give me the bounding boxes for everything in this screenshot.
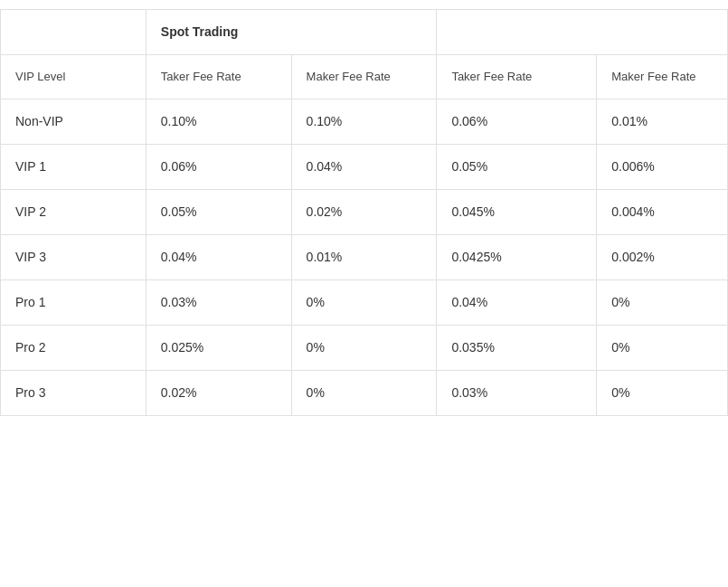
cell-perp-taker: 0.05% [437,144,597,189]
cell-perp-taker: 0.045% [437,189,597,234]
header-empty [1,10,147,55]
cell-level: VIP 3 [1,234,147,279]
cell-spot-maker: 0.10% [291,99,437,144]
cell-spot-taker: 0.025% [146,325,291,370]
cell-level: Pro 2 [1,325,147,370]
cell-spot-taker: 0.02% [146,370,291,415]
cell-spot-maker: 0% [291,370,437,415]
table-row: VIP 20.05%0.02%0.045%0.004% [1,189,728,234]
cell-spot-maker: 0% [291,325,437,370]
subheader-perp-maker: Maker Fee Rate [597,55,728,99]
cell-perp-maker: 0% [597,279,728,325]
cell-perp-taker: 0.06% [437,99,597,144]
cell-level: VIP 1 [1,144,147,189]
cell-spot-taker: 0.03% [146,279,291,325]
cell-perp-maker: 0.002% [597,234,728,279]
subheader-spot-maker: Maker Fee Rate [291,55,437,99]
cell-spot-maker: 0% [291,279,437,325]
table-row: Non-VIP0.10%0.10%0.06%0.01% [1,99,728,144]
cell-spot-maker: 0.01% [291,234,437,279]
header-spot-trading: Spot Trading [146,10,437,55]
cell-spot-taker: 0.10% [146,99,291,144]
fee-table-container: Spot Trading VIP Level Taker Fee Rate Ma… [0,0,728,425]
cell-spot-taker: 0.04% [146,234,291,279]
cell-perp-taker: 0.0425% [437,234,597,279]
subheader-spot-taker: Taker Fee Rate [146,55,291,99]
cell-spot-taker: 0.06% [146,144,291,189]
subheader-perp-taker: Taker Fee Rate [437,55,597,99]
header-perpetual-futures [437,10,728,55]
cell-spot-maker: 0.04% [291,144,437,189]
subheader-vip-level: VIP Level [1,55,147,99]
cell-perp-maker: 0.004% [597,189,728,234]
table-row: Pro 30.02%0%0.03%0% [1,370,728,415]
cell-level: VIP 2 [1,189,147,234]
cell-perp-maker: 0% [597,370,728,415]
cell-level: Pro 3 [1,370,147,415]
cell-perp-maker: 0.006% [597,144,728,189]
cell-spot-maker: 0.02% [291,189,437,234]
table-row: VIP 30.04%0.01%0.0425%0.002% [1,234,728,279]
cell-perp-taker: 0.035% [437,325,597,370]
cell-perp-taker: 0.03% [437,370,597,415]
fee-table: Spot Trading VIP Level Taker Fee Rate Ma… [0,9,728,416]
table-row: Pro 20.025%0%0.035%0% [1,325,728,370]
cell-spot-taker: 0.05% [146,189,291,234]
table-row: VIP 10.06%0.04%0.05%0.006% [1,144,728,189]
cell-level: Pro 1 [1,279,147,325]
cell-perp-maker: 0% [597,325,728,370]
cell-perp-maker: 0.01% [597,99,728,144]
cell-perp-taker: 0.04% [437,279,597,325]
cell-level: Non-VIP [1,99,147,144]
table-row: Pro 10.03%0%0.04%0% [1,279,728,325]
